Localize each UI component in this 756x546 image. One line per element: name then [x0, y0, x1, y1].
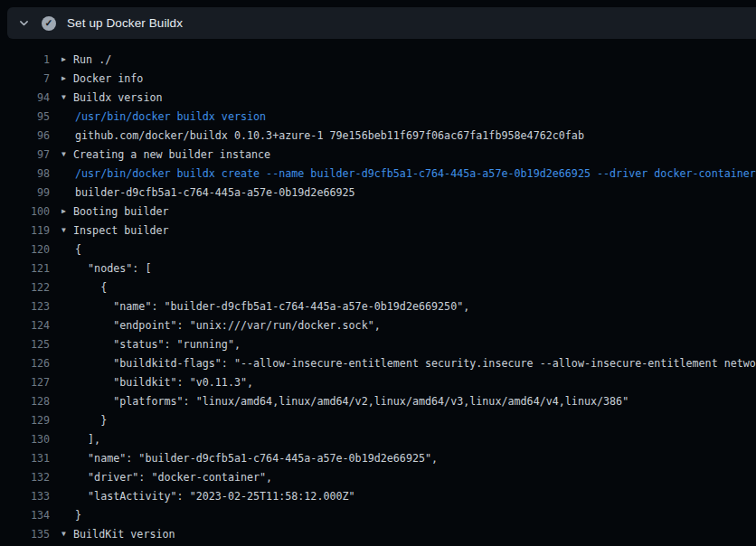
log-line: 120{	[0, 240, 756, 259]
log-text: }	[75, 509, 81, 522]
line-number[interactable]: 95	[0, 110, 50, 123]
log-text: "buildkitd-flags": "--allow-insecure-ent…	[75, 357, 756, 370]
chevron-down-icon[interactable]	[17, 17, 30, 30]
step-header[interactable]: ✓ Set up Docker Buildx	[7, 7, 756, 39]
line-number[interactable]: 133	[0, 490, 50, 503]
log-text: Docker info	[73, 72, 143, 85]
log-text: "buildkit": "v0.11.3",	[75, 376, 253, 389]
log-text: Buildx version	[73, 91, 163, 104]
log-group-header[interactable]: 1▶Run ./	[0, 50, 756, 69]
collapsed-triangle-icon[interactable]: ▶	[61, 55, 73, 63]
log-line: 127 "buildkit": "v0.11.3",	[0, 372, 756, 391]
line-number[interactable]: 100	[0, 205, 50, 218]
log-line: 133 "lastActivity": "2023-02-25T11:58:12…	[0, 486, 756, 505]
log-command-text: /usr/bin/docker buildx version	[75, 110, 266, 123]
log-text: Inspect builder	[73, 224, 169, 237]
line-number[interactable]: 130	[0, 433, 50, 446]
log-line: 131 "name": "builder-d9cfb5a1-c764-445a-…	[0, 448, 756, 467]
log-group-header[interactable]: 97▼Creating a new builder instance	[0, 145, 756, 164]
log-text: "name": "builder-d9cfb5a1-c764-445a-a57e…	[75, 452, 438, 465]
log-line: 122 {	[0, 278, 756, 297]
line-number[interactable]: 131	[0, 452, 50, 465]
log-text: builder-d9cfb5a1-c764-445a-a57e-0b19d2e6…	[75, 186, 355, 199]
line-number[interactable]: 122	[0, 281, 50, 294]
log-text: Creating a new builder instance	[73, 148, 270, 161]
log-text: "status": "running",	[75, 338, 241, 351]
log-text: "endpoint": "unix:///var/run/docker.sock…	[75, 319, 381, 332]
log-line: 126 "buildkitd-flags": "--allow-insecure…	[0, 353, 756, 372]
line-number[interactable]: 97	[0, 148, 50, 161]
log-line: 132 "driver": "docker-container",	[0, 467, 756, 486]
line-number[interactable]: 120	[0, 243, 50, 256]
log-text: "platforms": "linux/amd64,linux/amd64/v2…	[75, 395, 628, 408]
log-group-header[interactable]: 94▼Buildx version	[0, 88, 756, 107]
log-text: "driver": "docker-container",	[75, 471, 272, 484]
check-mark-glyph: ✓	[45, 18, 53, 28]
collapsed-triangle-icon[interactable]: ▶	[61, 74, 73, 82]
line-number[interactable]: 134	[0, 509, 50, 522]
log-text: "name": "builder-d9cfb5a1-c764-445a-a57e…	[75, 300, 469, 313]
log-line: 121 "nodes": [	[0, 259, 756, 278]
line-number[interactable]: 119	[0, 224, 50, 237]
line-number[interactable]: 1	[0, 53, 50, 66]
line-number[interactable]: 125	[0, 338, 50, 351]
log-group-header[interactable]: 119▼Inspect builder	[0, 221, 756, 240]
log-text: ],	[75, 433, 100, 446]
line-number[interactable]: 126	[0, 357, 50, 370]
log-text: Booting builder	[73, 205, 169, 218]
expanded-triangle-icon[interactable]: ▼	[61, 150, 73, 158]
line-number[interactable]: 7	[0, 72, 50, 85]
line-number[interactable]: 98	[0, 167, 50, 180]
line-number[interactable]: 132	[0, 471, 50, 484]
line-number[interactable]: 124	[0, 319, 50, 332]
line-number[interactable]: 135	[0, 528, 50, 541]
log-line: 96github.com/docker/buildx 0.10.3+azure-…	[0, 126, 756, 145]
log-group-header[interactable]: 100▶Booting builder	[0, 202, 756, 221]
log-text: {	[75, 281, 107, 294]
log-line: 125 "status": "running",	[0, 334, 756, 353]
line-number[interactable]: 127	[0, 376, 50, 389]
log-text: "lastActivity": "2023-02-25T11:58:12.000…	[75, 490, 355, 503]
log-line: 95/usr/bin/docker buildx version	[0, 107, 756, 126]
log-group-header[interactable]: 7▶Docker info	[0, 69, 756, 88]
line-number[interactable]: 129	[0, 414, 50, 427]
log-scroll-area[interactable]: 1▶Run ./7▶Docker info94▼Buildx version95…	[0, 39, 756, 546]
log-line: 99builder-d9cfb5a1-c764-445a-a57e-0b19d2…	[0, 183, 756, 202]
log-line: 98/usr/bin/docker buildx create --name b…	[0, 164, 756, 183]
line-number[interactable]: 96	[0, 129, 50, 142]
log-line: 134}	[0, 505, 756, 524]
log-command-text: /usr/bin/docker buildx create --name bui…	[75, 167, 756, 180]
log-text: {	[75, 243, 81, 256]
log-line: 129 }	[0, 410, 756, 429]
check-circle-icon: ✓	[42, 16, 56, 31]
log-text: BuildKit version	[73, 528, 175, 541]
line-number[interactable]: 121	[0, 262, 50, 275]
expanded-triangle-icon[interactable]: ▼	[61, 530, 73, 538]
log-text: }	[75, 414, 107, 427]
collapsed-triangle-icon[interactable]: ▶	[61, 207, 73, 215]
log-text: github.com/docker/buildx 0.10.3+azure-1 …	[75, 129, 584, 142]
expanded-triangle-icon[interactable]: ▼	[61, 226, 73, 234]
line-number[interactable]: 128	[0, 395, 50, 408]
log-line: 130 ],	[0, 429, 756, 448]
step-title: Set up Docker Buildx	[67, 16, 183, 30]
log-text: Run ./	[73, 53, 111, 66]
log-text: "nodes": [	[75, 262, 151, 275]
log-group-header[interactable]: 135▼BuildKit version	[0, 524, 756, 543]
line-number[interactable]: 94	[0, 91, 50, 104]
log-line: 123 "name": "builder-d9cfb5a1-c764-445a-…	[0, 297, 756, 315]
line-number[interactable]: 123	[0, 300, 50, 313]
log-line: 128 "platforms": "linux/amd64,linux/amd6…	[0, 391, 756, 410]
log-line: 124 "endpoint": "unix:///var/run/docker.…	[0, 315, 756, 334]
expanded-triangle-icon[interactable]: ▼	[61, 93, 73, 101]
line-number[interactable]: 99	[0, 186, 50, 199]
